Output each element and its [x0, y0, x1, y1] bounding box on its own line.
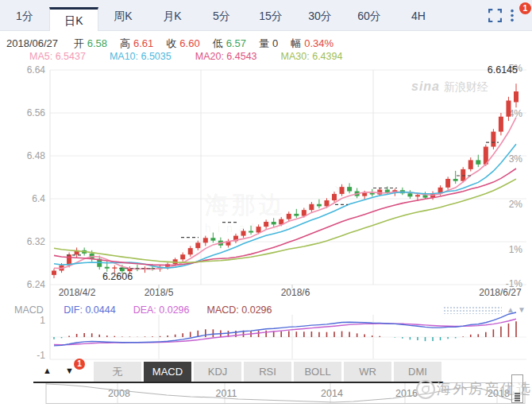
more-menu-kebab-icon[interactable] — [510, 9, 515, 22]
ma-value: MA5: 6.5437 — [29, 51, 86, 62]
indicator-tab-RSI[interactable]: RSI — [244, 362, 291, 382]
svg-text:1%: 1% — [509, 244, 523, 255]
info-label: 收 — [166, 37, 176, 49]
indicator-tab-DMI[interactable]: DMI — [394, 362, 441, 382]
dif-line — [54, 312, 516, 346]
period-tab-日K[interactable]: 日K — [49, 7, 98, 31]
ma-line-MA5 — [54, 118, 516, 269]
period-tab-60分[interactable]: 60分 — [345, 0, 394, 30]
info-label: 量 — [259, 37, 269, 49]
info-label: 幅 — [291, 37, 301, 49]
indicator-tab-BOLL[interactable]: BOLL — [294, 362, 341, 382]
indicator-tab-无[interactable]: 无 — [94, 362, 141, 382]
topbar-icons — [488, 9, 515, 22]
svg-text:2%: 2% — [509, 199, 523, 210]
svg-text:2018/6/27: 2018/6/27 — [479, 287, 522, 298]
indicator-tabs: 无MACDKDJRSIBOLLWRDMI — [94, 362, 441, 382]
period-tab-月K[interactable]: 月K — [148, 0, 197, 30]
svg-text:2018/4/2: 2018/4/2 — [59, 287, 96, 298]
svg-text:6.2606: 6.2606 — [102, 271, 133, 282]
fullscreen-icon[interactable] — [488, 9, 502, 22]
info-label: 开 — [74, 37, 84, 49]
ma-value: MA10: 6.5035 — [110, 51, 172, 62]
ma-value: MA30: 6.4394 — [281, 51, 343, 62]
indicator-tab-MACD[interactable]: MACD — [144, 362, 191, 382]
svg-text:6.48: 6.48 — [27, 150, 46, 161]
period-tab-15分[interactable]: 15分 — [246, 0, 295, 30]
panel-collapse-up-icon[interactable]: ▲ — [507, 305, 515, 314]
svg-text:2018/6: 2018/6 — [281, 287, 310, 298]
info-value: 0 — [272, 37, 278, 49]
svg-text:6.4: 6.4 — [32, 193, 45, 204]
main-chart[interactable]: 6.646.566.486.46.326.245%4%3%2%1%-1%2018… — [0, 64, 532, 362]
overseas-logo-icon — [416, 380, 435, 399]
macd-value: DIF: 0.0444 — [64, 304, 115, 316]
svg-text:6.32: 6.32 — [27, 236, 46, 247]
period-tab-30分[interactable]: 30分 — [295, 0, 345, 30]
range-slider-handle[interactable] — [511, 374, 523, 403]
indicator-tab-KDJ[interactable]: KDJ — [194, 362, 241, 382]
svg-text:6.56: 6.56 — [27, 107, 46, 118]
indicator-tab-bar: ▲ ▼ 无MACDKDJRSIBOLLWRDMI — [33, 362, 443, 383]
info-label: 高 — [120, 37, 130, 49]
period-tab-bar: 1分日K周K月K5分15分30分60分4H 1 — [0, 0, 532, 31]
ohlc-info-row: 2018/06/27 开6.58高6.61收6.60低6.57量0幅0.34% — [6, 37, 346, 51]
dea-line — [54, 319, 516, 344]
macd-histogram — [54, 321, 516, 341]
macd-value: MACD: 0.0296 — [207, 304, 272, 316]
panel-resize-dots[interactable] — [443, 306, 502, 314]
indicator-down-arrow[interactable]: ▼ — [65, 366, 74, 375]
info-label: 低 — [213, 37, 223, 49]
period-tab-4H[interactable]: 4H — [394, 0, 443, 30]
indicator-tab-WR[interactable]: WR — [344, 362, 391, 382]
ma-value: MA20: 6.4543 — [195, 51, 257, 62]
macd-value: DEA: 0.0296 — [133, 304, 190, 316]
indicator-badge[interactable]: 1 — [74, 359, 85, 370]
dash-annotations — [67, 142, 499, 269]
info-value: 6.57 — [226, 37, 246, 49]
macd-title: MACD — [14, 304, 44, 316]
svg-text:2018/5: 2018/5 — [145, 287, 174, 298]
svg-text:6.64: 6.64 — [27, 64, 46, 76]
info-value: 6.61 — [133, 37, 153, 49]
info-value: 6.60 — [179, 37, 199, 49]
svg-text:6.6145: 6.6145 — [488, 64, 518, 76]
svg-text:6.24: 6.24 — [27, 279, 46, 290]
macd-values-row: MACD DIF: 0.0444DEA: 0.0296MACD: 0.0296 — [14, 304, 290, 316]
quote-date: 2018/06/27 — [6, 37, 58, 49]
period-tab-周K[interactable]: 周K — [98, 0, 148, 30]
period-tab-5分[interactable]: 5分 — [197, 0, 246, 30]
timeline-year-label: 2014 — [321, 388, 343, 399]
macd-panel: 1-1 — [37, 312, 526, 361]
ma-values-row: MA5: 6.5437MA10: 6.5035MA20: 6.4543MA30:… — [29, 51, 366, 62]
slider-grip-icon — [515, 393, 520, 401]
indicator-up-arrow[interactable]: ▲ — [43, 366, 52, 375]
panel-collapse-down-icon[interactable]: ▼ — [518, 305, 526, 314]
kline-chart-widget: 1分日K周K月K5分15分30分60分4H 1 2018/06/27 开6.58… — [0, 0, 532, 411]
info-value: 6.58 — [87, 37, 107, 49]
period-tabs: 1分日K周K月K5分15分30分60分4H — [0, 0, 443, 30]
notification-badge[interactable]: 1 — [519, 2, 531, 14]
svg-text:-1: -1 — [37, 350, 45, 361]
info-value: 0.34% — [304, 37, 333, 49]
svg-text:3%: 3% — [509, 153, 523, 165]
svg-text:1: 1 — [40, 315, 45, 326]
period-tab-1分[interactable]: 1分 — [0, 0, 49, 30]
